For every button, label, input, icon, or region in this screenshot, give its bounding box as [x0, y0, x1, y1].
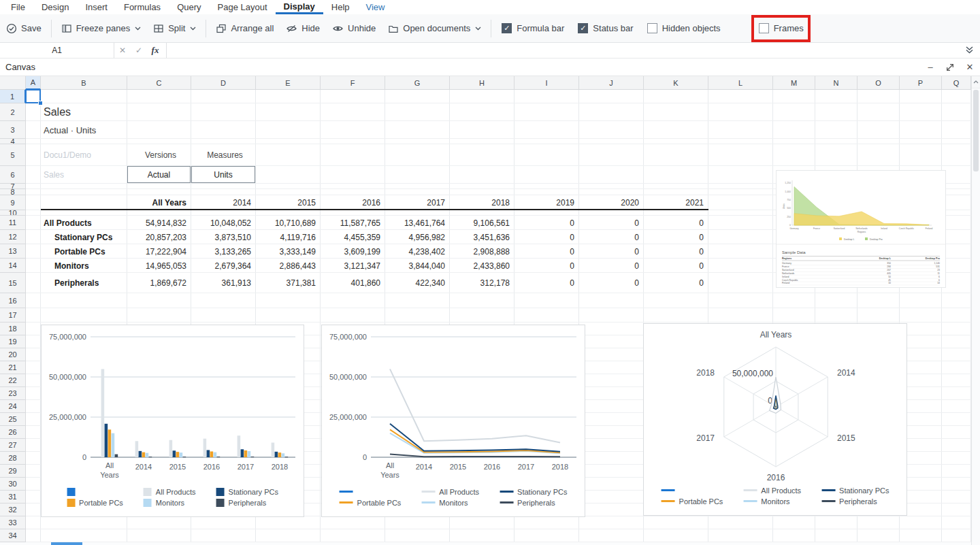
row-header-33[interactable]: 33 [0, 516, 26, 529]
toggle-hidden-objects[interactable]: Hidden objects [647, 23, 721, 33]
column-header-A[interactable]: A [26, 76, 41, 90]
column-header-J[interactable]: J [579, 76, 644, 90]
row-header-6[interactable]: 6 [0, 166, 26, 184]
row-header-1[interactable]: 1 [0, 90, 26, 103]
menu-item-page-layout[interactable]: Page Layout [210, 0, 276, 14]
row-header-2[interactable]: 2 [0, 103, 26, 121]
row-header-26[interactable]: 26 [0, 426, 26, 439]
toggle-formula-bar[interactable]: ✓Formula bar [502, 23, 564, 33]
name-box[interactable]: A1 [0, 43, 114, 58]
row-header-12[interactable]: 12 [0, 230, 26, 244]
column-header-G[interactable]: G [385, 76, 450, 90]
column-header-C[interactable]: C [127, 76, 191, 90]
line-chart-object[interactable]: 025,000,00050,000,00075,000,000AllYears2… [321, 325, 585, 517]
row-header-14[interactable]: 14 [0, 259, 26, 273]
row-header-10[interactable]: 10 [0, 210, 26, 216]
checkbox-status-bar[interactable]: ✓ [578, 23, 588, 33]
open-documents-button[interactable]: Open documents [382, 14, 487, 42]
menu-item-help[interactable]: Help [323, 0, 358, 14]
row-header-16[interactable]: 16 [0, 293, 26, 308]
bar-chart-object[interactable]: 025,000,00050,000,00075,000,000AllYears2… [41, 325, 304, 517]
horizontal-scrollbar[interactable] [0, 542, 971, 545]
row-header-13[interactable]: 13 [0, 244, 26, 259]
selector-dim2-value[interactable]: Units [191, 166, 255, 183]
restore-icon[interactable] [945, 63, 955, 72]
menu-item-design[interactable]: Design [33, 0, 77, 14]
close-icon[interactable]: ✕ [965, 63, 975, 72]
column-header-K[interactable]: K [644, 76, 708, 90]
row-header-17[interactable]: 17 [0, 308, 26, 323]
row-header-19[interactable]: 19 [0, 335, 26, 348]
row-header-22[interactable]: 22 [0, 374, 26, 387]
sheet-subtitle: Actual · Units [44, 121, 127, 139]
row-header-31[interactable]: 31 [0, 491, 26, 503]
menu-item-view[interactable]: View [358, 0, 393, 14]
row-header-8[interactable]: 8 [0, 189, 26, 195]
column-header-P[interactable]: P [900, 76, 942, 90]
scroll-up-arrow-icon[interactable] [972, 76, 980, 88]
row-header-30[interactable]: 30 [0, 478, 26, 491]
document-preview-thumbnail[interactable]: 02505007501,0001,250GermanyFranceSwitzer… [776, 170, 946, 288]
column-header-B[interactable]: B [41, 76, 127, 90]
toggle-frames[interactable]: Frames [759, 23, 804, 33]
save-button[interactable]: Save [0, 14, 48, 42]
selector-dim1-value[interactable]: Actual [127, 166, 191, 183]
minimize-icon[interactable]: – [926, 63, 935, 72]
grid-corner[interactable] [0, 76, 26, 90]
row-header-29[interactable]: 29 [0, 465, 26, 478]
menu-item-query[interactable]: Query [169, 0, 209, 14]
selection-fill-handle[interactable] [38, 101, 43, 105]
row-header-9[interactable]: 9 [0, 195, 26, 210]
menu-item-display[interactable]: Display [276, 0, 323, 14]
checkbox-formula-bar[interactable]: ✓ [502, 23, 512, 33]
vertical-scrollbar[interactable] [971, 76, 980, 545]
row-header-27[interactable]: 27 [0, 439, 26, 452]
insert-function-icon[interactable]: fx [147, 45, 163, 56]
column-header-Q[interactable]: Q [942, 76, 971, 90]
column-header-L[interactable]: L [708, 76, 773, 90]
spreadsheet-grid[interactable]: ABCDEFGHIJKLMNOPQ12345678910111213141516… [0, 76, 971, 542]
row-header-34[interactable]: 34 [0, 529, 26, 542]
arrange-all-button[interactable]: Arrange all [210, 14, 280, 42]
row-header-11[interactable]: 11 [0, 216, 26, 230]
row-header-15[interactable]: 15 [0, 273, 26, 293]
row-header-28[interactable]: 28 [0, 452, 26, 465]
radar-chart-object[interactable]: All Years2014201520162017201850,000,0000… [643, 323, 907, 516]
row-header-32[interactable]: 32 [0, 503, 26, 516]
row-header-25[interactable]: 25 [0, 413, 26, 426]
menu-item-insert[interactable]: Insert [77, 0, 116, 14]
unhide-button[interactable]: Unhide [326, 14, 382, 42]
horizontal-scroll-thumb[interactable] [51, 542, 82, 545]
toggle-status-bar[interactable]: ✓Status bar [578, 23, 633, 33]
menu-item-file[interactable]: File [3, 0, 33, 14]
hide-button[interactable]: Hide [280, 14, 326, 42]
row-header-21[interactable]: 21 [0, 361, 26, 374]
row-header-23[interactable]: 23 [0, 387, 26, 400]
row-header-4[interactable]: 4 [0, 139, 26, 144]
row-header-3[interactable]: 3 [0, 121, 26, 139]
cancel-icon[interactable]: ✕ [114, 46, 131, 55]
confirm-icon[interactable]: ✓ [131, 46, 147, 55]
split-button[interactable]: Split [147, 14, 202, 42]
column-header-F[interactable]: F [321, 76, 385, 90]
column-header-O[interactable]: O [858, 76, 900, 90]
expand-formula-bar-icon[interactable] [965, 46, 974, 54]
row-header-20[interactable]: 20 [0, 348, 26, 361]
checkbox-hidden-objects[interactable] [647, 23, 657, 33]
column-header-H[interactable]: H [450, 76, 514, 90]
column-header-M[interactable]: M [773, 76, 815, 90]
checkbox-frames[interactable] [759, 23, 769, 33]
vertical-scroll-thumb[interactable] [973, 90, 979, 171]
column-header-D[interactable]: D [191, 76, 256, 90]
column-header-E[interactable]: E [256, 76, 321, 90]
svg-text:6: 6 [938, 279, 940, 282]
menu-item-formulas[interactable]: Formulas [116, 0, 169, 14]
row-header-7[interactable]: 7 [0, 184, 26, 189]
column-header-N[interactable]: N [815, 76, 858, 90]
row-header-24[interactable]: 24 [0, 400, 26, 413]
formula-input[interactable] [167, 43, 980, 58]
freeze-panes-button[interactable]: Freeze panes [55, 14, 148, 42]
row-header-5[interactable]: 5 [0, 144, 26, 166]
row-header-18[interactable]: 18 [0, 323, 26, 335]
column-header-I[interactable]: I [514, 76, 579, 90]
